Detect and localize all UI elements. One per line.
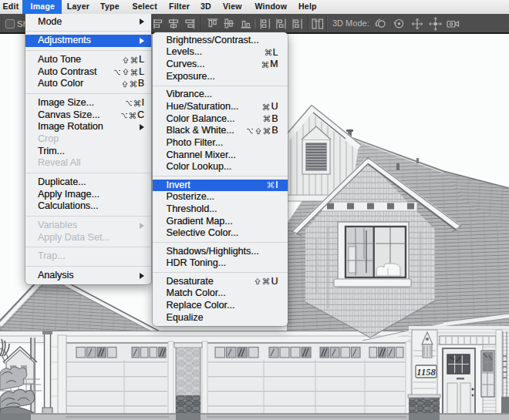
svg-text:1158: 1158 xyxy=(416,367,436,378)
